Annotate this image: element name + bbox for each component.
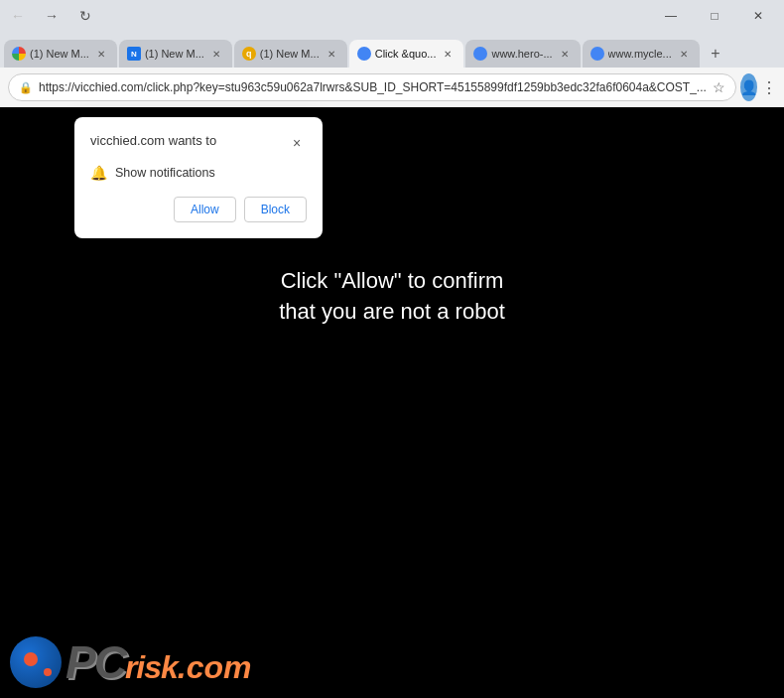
browser-window: ← → ↻ — □ ✕ (1) New M... ✕ N (1) New M..… <box>0 0 784 107</box>
tab-4-favicon <box>357 47 371 61</box>
pcrisk-ball-icon <box>10 636 62 688</box>
main-message: Click "Allow" to confirm that you are no… <box>0 266 784 328</box>
tab-1-favicon <box>12 47 26 61</box>
tab-5-close[interactable]: ✕ <box>557 46 573 62</box>
tab-3[interactable]: q (1) New M... ✕ <box>234 40 347 68</box>
tab-4-close[interactable]: ✕ <box>440 46 456 62</box>
main-text-line1: Click "Allow" to confirm <box>0 266 784 297</box>
popup-close-button[interactable]: × <box>287 133 307 153</box>
tab-2-close[interactable]: ✕ <box>208 46 224 62</box>
maximize-button[interactable]: □ <box>693 0 736 32</box>
page-content: vicchied.com wants to × 🔔 Show notificat… <box>0 107 784 698</box>
popup-title: vicchied.com wants to <box>90 133 216 148</box>
bell-icon: 🔔 <box>90 165 107 181</box>
tab-3-title: (1) New M... <box>260 48 320 60</box>
reload-button[interactable]: ↻ <box>71 2 99 30</box>
popup-notification-text: Show notifications <box>115 166 215 180</box>
close-button[interactable]: ✕ <box>736 0 780 32</box>
tab-1-title: (1) New M... <box>30 48 89 60</box>
window-controls: — □ ✕ <box>649 0 780 32</box>
minimize-button[interactable]: — <box>649 0 693 32</box>
tab-1-close[interactable]: ✕ <box>93 46 109 62</box>
url-text: https://vicchied.com/click.php?key=stu96… <box>39 80 707 94</box>
tab-6-favicon <box>590 47 604 61</box>
title-left: ← → ↻ <box>4 2 649 30</box>
allow-button[interactable]: Allow <box>174 197 236 222</box>
popup-header: vicchied.com wants to × <box>90 133 307 153</box>
tab-2-favicon: N <box>127 47 141 61</box>
popup-buttons: Allow Block <box>90 197 307 222</box>
tab-bar: (1) New M... ✕ N (1) New M... ✕ q (1) Ne… <box>0 32 784 68</box>
tab-6-title: www.mycle... <box>608 48 672 60</box>
tab-3-favicon: q <box>242 47 256 61</box>
tab-5-title: www.hero-... <box>491 48 552 60</box>
tab-2[interactable]: N (1) New M... ✕ <box>119 40 232 68</box>
pcrisk-logo: PC risk . com <box>10 636 252 688</box>
tab-6-close[interactable]: ✕ <box>676 46 692 62</box>
block-button[interactable]: Block <box>244 197 307 222</box>
tab-5-favicon <box>473 47 487 61</box>
bookmark-icon[interactable]: ☆ <box>713 79 725 95</box>
tab-3-close[interactable]: ✕ <box>324 46 339 62</box>
pcrisk-dot-text: . <box>178 649 187 686</box>
notification-popup: vicchied.com wants to × 🔔 Show notificat… <box>74 117 323 238</box>
profile-button[interactable]: 👤 <box>740 73 757 101</box>
pcrisk-text: PC risk . com <box>65 639 252 686</box>
tab-2-title: (1) New M... <box>145 48 204 60</box>
lock-icon: 🔒 <box>19 81 33 94</box>
tab-4-title: Click &quo... <box>375 48 437 60</box>
title-bar: ← → ↻ — □ ✕ <box>0 0 784 32</box>
tab-4[interactable]: Click &quo... ✕ <box>349 40 464 68</box>
pcrisk-pc-text: PC <box>65 639 125 685</box>
address-bar[interactable]: 🔒 https://vicchied.com/click.php?key=stu… <box>8 73 736 101</box>
pcrisk-com-text: com <box>187 649 252 686</box>
pcrisk-risk-text: risk <box>125 651 178 683</box>
forward-button[interactable]: → <box>38 2 65 30</box>
tab-1[interactable]: (1) New M... ✕ <box>4 40 117 68</box>
tab-5[interactable]: www.hero-... ✕ <box>465 40 580 68</box>
new-tab-button[interactable]: + <box>702 40 729 68</box>
main-text-line2: that you are not a robot <box>0 297 784 328</box>
tab-6[interactable]: www.mycle... ✕ <box>583 40 700 68</box>
back-button[interactable]: ← <box>4 2 32 30</box>
popup-notification-row: 🔔 Show notifications <box>90 165 307 181</box>
nav-bar: 🔒 https://vicchied.com/click.php?key=stu… <box>0 68 784 107</box>
menu-button[interactable]: ⋮ <box>761 73 777 101</box>
